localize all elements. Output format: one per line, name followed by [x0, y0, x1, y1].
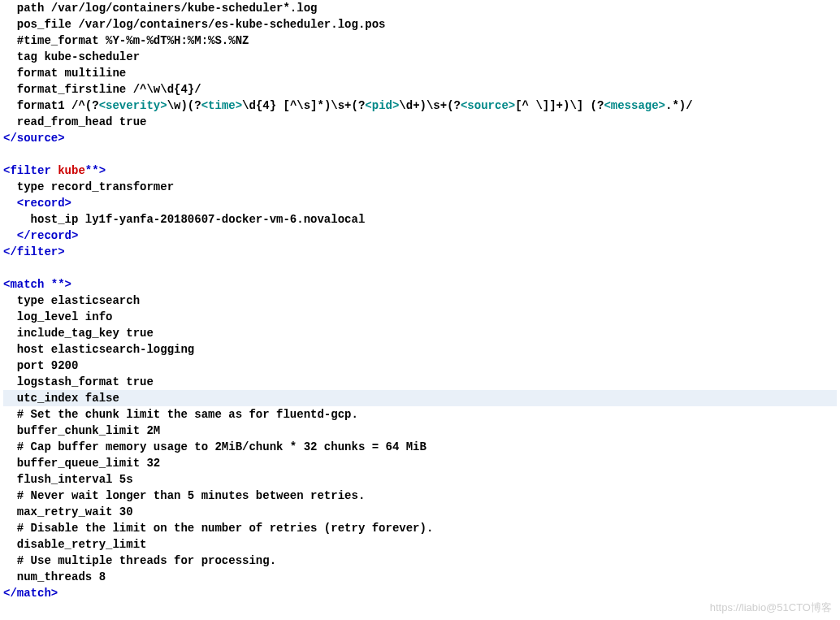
code-line: # Cap buffer memory usage to 2MiB/chunk … [3, 439, 837, 455]
token-plain: #time_format %Y-%m-%dT%H:%M:%S.%NZ [17, 34, 249, 47]
code-line: logstash_format true [3, 374, 837, 390]
code-line: #time_format %Y-%m-%dT%H:%M:%S.%NZ [3, 33, 837, 49]
token-kw: kube [58, 164, 85, 177]
token-grp: <message> [604, 99, 665, 112]
token-grp: <source> [461, 99, 515, 112]
token-plain: flush_interval 5s [17, 473, 133, 486]
code-line: host elasticsearch-logging [3, 341, 837, 358]
code-line [3, 146, 837, 163]
token-plain: format multiline [17, 67, 126, 80]
code-line: include_tag_key true [3, 325, 837, 341]
token-plain: # Set the chunk limit the same as for fl… [17, 408, 358, 421]
token-tag: </source> [3, 132, 65, 145]
code-line: pos_file /var/log/containers/es-kube-sch… [3, 16, 837, 33]
code-line: </filter> [3, 244, 837, 260]
token-plain: buffer_chunk_limit 2M [17, 424, 160, 437]
code-line: format1 /^(?<severity>\w)(?<time>\d{4} [… [3, 98, 837, 114]
code-line: log_level info [3, 309, 837, 325]
code-line: tag kube-scheduler [3, 49, 837, 65]
token-plain: read_from_head true [17, 115, 147, 128]
code-line: disable_retry_limit [3, 536, 837, 553]
token-plain: type elasticsearch [17, 294, 140, 307]
code-line: num_threads 8 [3, 569, 837, 585]
token-plain: # Cap buffer memory usage to 2MiB/chunk … [17, 440, 426, 453]
token-plain: host_ip ly1f-yanfa-20180607-docker-vm-6.… [31, 213, 366, 226]
code-line: </match> [3, 585, 837, 601]
token-tag: **> [85, 164, 106, 177]
code-line: flush_interval 5s [3, 471, 837, 488]
token-plain: \d{4} [^\s]*)\s+(? [242, 99, 365, 112]
code-line: read_from_head true [3, 114, 837, 130]
code-line: <filter kube**> [3, 163, 837, 179]
watermark-text: https://liabio@51CTO博客 [710, 600, 832, 615]
code-line: buffer_queue_limit 32 [3, 455, 837, 471]
token-plain: .*)/ [665, 99, 693, 112]
code-line: type elasticsearch [3, 293, 837, 309]
code-line: <match **> [3, 276, 837, 293]
token-plain: port 9200 [17, 359, 79, 372]
token-plain: format1 /^(? [17, 99, 99, 112]
token-plain: path /var/log/containers/kube-scheduler*… [17, 2, 318, 15]
token-plain: # Never wait longer than 5 minutes betwe… [17, 489, 365, 502]
code-line: # Never wait longer than 5 minutes betwe… [3, 488, 837, 504]
code-line: type record_transformer [3, 179, 837, 195]
token-plain: [^ \]]+)\] (? [515, 99, 604, 112]
token-plain: format_firstline /^\w\d{4}/ [17, 83, 201, 96]
token-plain: buffer_queue_limit 32 [17, 457, 160, 470]
code-line: utc_index false [3, 390, 837, 406]
token-plain: host elasticsearch-logging [17, 343, 194, 356]
token-plain: pos_file /var/log/containers/es-kube-sch… [17, 18, 386, 31]
code-line: # Disable the limit on the number of ret… [3, 520, 837, 536]
token-plain: num_threads 8 [17, 570, 106, 583]
token-tag: </record> [17, 229, 79, 242]
token-plain: utc_index false [17, 392, 119, 405]
code-line: # Use multiple threads for processing. [3, 553, 837, 569]
code-line: format_firstline /^\w\d{4}/ [3, 81, 837, 98]
token-grp: <time> [201, 99, 242, 112]
token-plain: type record_transformer [17, 180, 174, 193]
token-plain: \d+)\s+(? [399, 99, 461, 112]
token-plain: log_level info [17, 310, 113, 323]
token-plain: \w)(? [167, 99, 201, 112]
token-grp: <severity> [99, 99, 167, 112]
code-line: path /var/log/containers/kube-scheduler*… [3, 0, 837, 16]
token-tag: **> [51, 278, 71, 291]
code-line [3, 260, 837, 276]
token-plain: # Use multiple threads for processing. [17, 554, 276, 567]
token-tag: </filter> [3, 245, 65, 258]
token-grp: <pid> [365, 99, 399, 112]
token-plain: tag kube-scheduler [17, 50, 140, 63]
code-line: host_ip ly1f-yanfa-20180607-docker-vm-6.… [3, 211, 837, 228]
token-plain: # Disable the limit on the number of ret… [17, 522, 433, 535]
code-line: <record> [3, 195, 837, 211]
code-line: max_retry_wait 30 [3, 504, 837, 520]
token-plain: include_tag_key true [17, 327, 154, 340]
code-line: # Set the chunk limit the same as for fl… [3, 406, 837, 423]
code-line: port 9200 [3, 358, 837, 374]
code-line: format multiline [3, 65, 837, 81]
token-plain: max_retry_wait 30 [17, 505, 133, 518]
token-tag: <match [3, 278, 51, 291]
token-plain: logstash_format true [17, 375, 154, 388]
code-line: </record> [3, 228, 837, 244]
config-code-block: path /var/log/containers/kube-scheduler*… [0, 0, 840, 601]
code-line: </source> [3, 130, 837, 146]
token-tag: </match> [3, 587, 58, 600]
token-tag: <filter [3, 164, 58, 177]
token-plain: disable_retry_limit [17, 538, 147, 551]
token-tag: <record> [17, 197, 71, 210]
code-line: buffer_chunk_limit 2M [3, 423, 837, 439]
